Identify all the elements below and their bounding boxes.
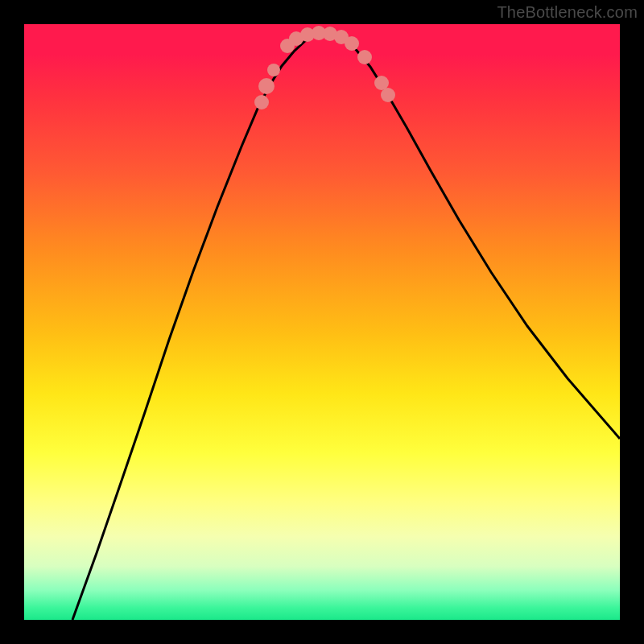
data-marker <box>258 78 275 94</box>
bottleneck-curve <box>72 33 620 620</box>
chart-frame: TheBottleneck.com <box>0 0 644 644</box>
marker-group <box>254 26 395 109</box>
plot-area <box>24 24 620 620</box>
data-marker <box>357 50 372 64</box>
curve-layer <box>24 24 620 620</box>
data-marker <box>267 64 280 76</box>
watermark-text: TheBottleneck.com <box>497 3 638 22</box>
data-marker <box>381 88 395 102</box>
data-marker <box>345 36 359 51</box>
data-marker <box>254 95 269 109</box>
